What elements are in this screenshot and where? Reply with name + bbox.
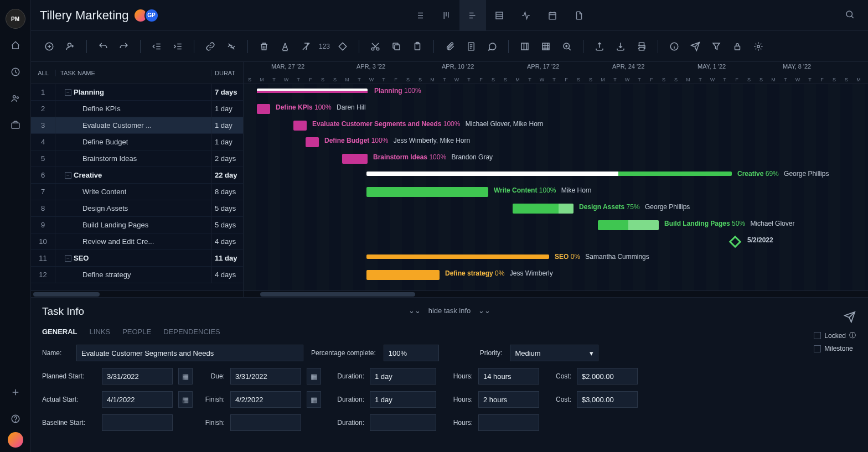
comment-icon[interactable] bbox=[484, 38, 500, 55]
gantt-bar[interactable] bbox=[366, 172, 732, 176]
clear-format-icon[interactable] bbox=[298, 38, 314, 55]
baseline-finish-input[interactable] bbox=[230, 414, 301, 431]
gantt-row[interactable]: Design Assets 75% George Phillips bbox=[244, 200, 868, 217]
gantt-row[interactable]: Planning 100% bbox=[244, 84, 868, 101]
due-input[interactable] bbox=[230, 368, 301, 385]
app-logo[interactable]: PM bbox=[6, 9, 25, 29]
calendar-icon[interactable]: ▦ bbox=[178, 391, 193, 408]
text-style-icon[interactable] bbox=[277, 38, 293, 55]
home-icon[interactable] bbox=[6, 35, 25, 55]
avatar-2[interactable]: GP bbox=[144, 8, 159, 23]
grid-icon[interactable] bbox=[538, 38, 554, 55]
indent-icon[interactable] bbox=[169, 38, 186, 55]
paste-icon[interactable] bbox=[409, 38, 426, 55]
send-icon[interactable] bbox=[687, 38, 704, 55]
actual-start-input[interactable] bbox=[102, 391, 173, 408]
zoom-icon[interactable] bbox=[559, 38, 575, 55]
gantt-row[interactable]: 5/2/2022 bbox=[244, 233, 868, 250]
gantt-row[interactable]: Define Budget 100% Jess Wimberly, Mike H… bbox=[244, 134, 868, 150]
hours-input[interactable] bbox=[478, 368, 539, 385]
copy-icon[interactable] bbox=[388, 38, 405, 55]
view-gantt-icon[interactable] bbox=[459, 0, 486, 31]
view-list-icon[interactable] bbox=[406, 0, 433, 31]
link-icon[interactable] bbox=[202, 38, 219, 55]
tab-dependencies[interactable]: DEPENDENCIES bbox=[163, 328, 220, 336]
team-icon[interactable] bbox=[6, 89, 25, 108]
table-row[interactable]: 10 Review and Edit Cre... 4 days bbox=[31, 233, 243, 250]
notes-icon[interactable] bbox=[463, 38, 479, 55]
gantt-bar[interactable] bbox=[366, 254, 549, 259]
table-row[interactable]: 2 Define KPIs 1 day bbox=[31, 101, 243, 117]
table-row[interactable]: 6 −Creative 22 day bbox=[31, 167, 243, 184]
priority-select[interactable]: Medium▾ bbox=[510, 345, 598, 361]
unlink-icon[interactable] bbox=[223, 38, 240, 55]
view-files-icon[interactable] bbox=[566, 0, 592, 31]
gantt-row[interactable]: Build Landing Pages 50% Michael Glover bbox=[244, 217, 868, 233]
planned-start-input[interactable] bbox=[102, 368, 173, 385]
view-calendar-icon[interactable] bbox=[539, 0, 566, 31]
table-row[interactable]: 8 Design Assets 5 days bbox=[31, 200, 243, 217]
milestone-icon[interactable] bbox=[334, 38, 351, 55]
timeline-scrollbar[interactable] bbox=[244, 290, 868, 297]
undo-icon[interactable] bbox=[95, 38, 111, 55]
info-icon[interactable] bbox=[666, 38, 683, 55]
table-row[interactable]: 12 Define strategy 4 days bbox=[31, 267, 243, 283]
export-icon[interactable] bbox=[591, 38, 608, 55]
gantt-bar[interactable] bbox=[366, 187, 488, 197]
calendar-icon[interactable]: ▦ bbox=[307, 368, 321, 385]
add-icon[interactable] bbox=[6, 382, 25, 402]
view-workload-icon[interactable] bbox=[513, 0, 539, 31]
gantt-row[interactable]: Define strategy 0% Jess Wimberly bbox=[244, 267, 868, 283]
baseline-start-input[interactable] bbox=[102, 414, 173, 431]
columns-icon[interactable] bbox=[516, 38, 533, 55]
task-list-scrollbar[interactable] bbox=[31, 290, 243, 297]
col-task-name[interactable]: TASK NAME bbox=[55, 70, 211, 76]
gantt-row[interactable]: SEO 0% Samantha Cummings bbox=[244, 250, 868, 267]
task-name-input[interactable] bbox=[76, 345, 303, 361]
gantt-row[interactable]: Define KPIs 100% Daren Hill bbox=[244, 101, 868, 117]
send-task-icon[interactable] bbox=[844, 311, 856, 325]
pct-complete-input[interactable] bbox=[384, 345, 439, 361]
filter-icon[interactable] bbox=[708, 38, 725, 55]
hide-task-info-button[interactable]: ⌄⌄ hide task info ⌄⌄ bbox=[409, 306, 491, 315]
outdent-icon[interactable] bbox=[148, 38, 165, 55]
tab-links[interactable]: LINKS bbox=[90, 328, 111, 336]
gantt-bar[interactable] bbox=[257, 104, 270, 114]
attach-icon[interactable] bbox=[442, 38, 458, 55]
baseline-duration-input[interactable] bbox=[370, 414, 436, 431]
avatar-group[interactable]: GP bbox=[137, 8, 159, 23]
info-icon[interactable]: ⓘ bbox=[849, 331, 856, 340]
cost-input[interactable] bbox=[577, 368, 638, 385]
gantt-bar[interactable] bbox=[257, 89, 368, 93]
recent-icon[interactable] bbox=[6, 62, 25, 82]
table-row[interactable]: 7 Write Content 8 days bbox=[31, 184, 243, 200]
gantt-row[interactable]: Write Content 100% Mike Horn bbox=[244, 184, 868, 200]
timeline[interactable]: MAR, 27 '22APR, 3 '22APR, 10 '22APR, 17 … bbox=[244, 62, 868, 297]
delete-icon[interactable] bbox=[256, 38, 272, 55]
redo-icon[interactable] bbox=[116, 38, 132, 55]
view-board-icon[interactable] bbox=[433, 0, 459, 31]
hours2-input[interactable] bbox=[478, 391, 539, 408]
cost2-input[interactable] bbox=[577, 391, 638, 408]
add-task-icon[interactable] bbox=[41, 38, 58, 55]
tab-people[interactable]: PEOPLE bbox=[122, 328, 151, 336]
user-avatar[interactable] bbox=[8, 432, 23, 448]
view-sheet-icon[interactable] bbox=[486, 0, 513, 31]
table-row[interactable]: 4 Define Budget 1 day bbox=[31, 134, 243, 150]
table-row[interactable]: 9 Build Landing Pages 5 days bbox=[31, 217, 243, 233]
gantt-bar[interactable] bbox=[293, 121, 307, 131]
gantt-bar[interactable] bbox=[342, 154, 368, 164]
gantt-row[interactable]: Evaluate Customer Segments and Needs 100… bbox=[244, 117, 868, 134]
col-duration[interactable]: DURAT bbox=[211, 70, 243, 76]
settings-icon[interactable] bbox=[750, 38, 767, 55]
add-person-icon[interactable] bbox=[62, 38, 79, 55]
table-row[interactable]: 3 Evaluate Customer ... 1 day bbox=[31, 117, 243, 134]
duration-input[interactable] bbox=[370, 368, 436, 385]
table-row[interactable]: 1 −Planning 7 days bbox=[31, 84, 243, 101]
calendar-icon[interactable]: ▦ bbox=[307, 391, 321, 408]
gantt-bar[interactable] bbox=[306, 137, 319, 147]
gantt-row[interactable]: Brainstorm Ideas 100% Brandon Gray bbox=[244, 150, 868, 167]
search-icon[interactable] bbox=[840, 5, 859, 25]
gantt-row[interactable]: Creative 69% George Phillips bbox=[244, 167, 868, 184]
finish-input[interactable] bbox=[230, 391, 301, 408]
